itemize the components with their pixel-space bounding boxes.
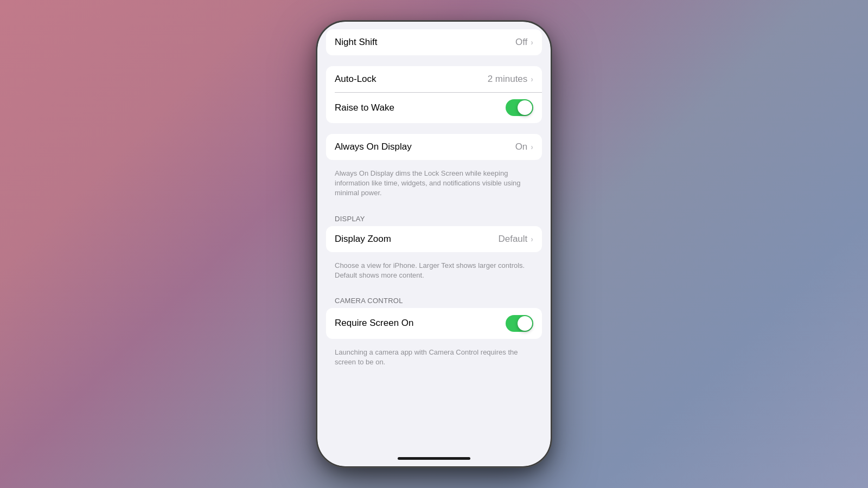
raise-to-wake-toggle[interactable] — [506, 99, 533, 116]
night-shift-value: Off — [515, 37, 527, 48]
display-zoom-right: Default › — [498, 234, 533, 245]
require-screen-on-label: Require Screen On — [335, 318, 414, 329]
always-on-display-row[interactable]: Always On Display On › — [326, 134, 542, 160]
raise-to-wake-label: Raise to Wake — [335, 102, 394, 113]
always-on-display-group: Always On Display On › — [326, 134, 542, 160]
require-screen-on-toggle[interactable] — [506, 315, 533, 332]
screen: Night Shift Off › Auto-Lock 2 minutes › — [317, 22, 551, 466]
home-indicator — [398, 457, 470, 460]
settings-content: Night Shift Off › Auto-Lock 2 minutes › — [317, 22, 551, 453]
night-shift-label: Night Shift — [335, 37, 377, 48]
auto-lock-right: 2 minutes › — [488, 74, 533, 85]
auto-lock-chevron: › — [531, 75, 533, 84]
raise-to-wake-row[interactable]: Raise to Wake — [326, 92, 542, 123]
night-shift-right: Off › — [515, 37, 533, 48]
auto-lock-group: Auto-Lock 2 minutes › Raise to Wake — [326, 66, 542, 123]
auto-lock-value: 2 minutes — [488, 74, 528, 85]
display-section-label: DISPLAY — [317, 206, 551, 226]
display-zoom-chevron: › — [531, 235, 533, 243]
auto-lock-row[interactable]: Auto-Lock 2 minutes › — [326, 66, 542, 92]
night-shift-chevron: › — [531, 38, 533, 47]
camera-control-section-label: CAMERA CONTROL — [317, 288, 551, 308]
display-zoom-label: Display Zoom — [335, 234, 391, 245]
always-on-display-right: On › — [515, 142, 533, 152]
night-shift-group: Night Shift Off › — [326, 29, 542, 55]
always-on-display-description: Always On Display dims the Lock Screen w… — [317, 164, 551, 206]
require-screen-on-knob — [518, 316, 532, 331]
require-screen-on-group: Require Screen On — [326, 308, 542, 339]
phone-frame: Night Shift Off › Auto-Lock 2 minutes › — [317, 22, 551, 466]
require-screen-on-description: Launching a camera app with Camera Contr… — [317, 343, 551, 375]
display-zoom-value: Default — [498, 234, 527, 245]
require-screen-on-row[interactable]: Require Screen On — [326, 308, 542, 339]
always-on-display-chevron: › — [531, 143, 533, 151]
auto-lock-label: Auto-Lock — [335, 74, 376, 85]
display-zoom-row[interactable]: Display Zoom Default › — [326, 226, 542, 252]
raise-to-wake-knob — [518, 100, 532, 115]
display-zoom-group: Display Zoom Default › — [326, 226, 542, 252]
always-on-display-label: Always On Display — [335, 142, 412, 152]
always-on-display-value: On — [515, 142, 528, 152]
night-shift-row[interactable]: Night Shift Off › — [326, 29, 542, 55]
display-zoom-description: Choose a view for iPhone. Larger Text sh… — [317, 256, 551, 288]
